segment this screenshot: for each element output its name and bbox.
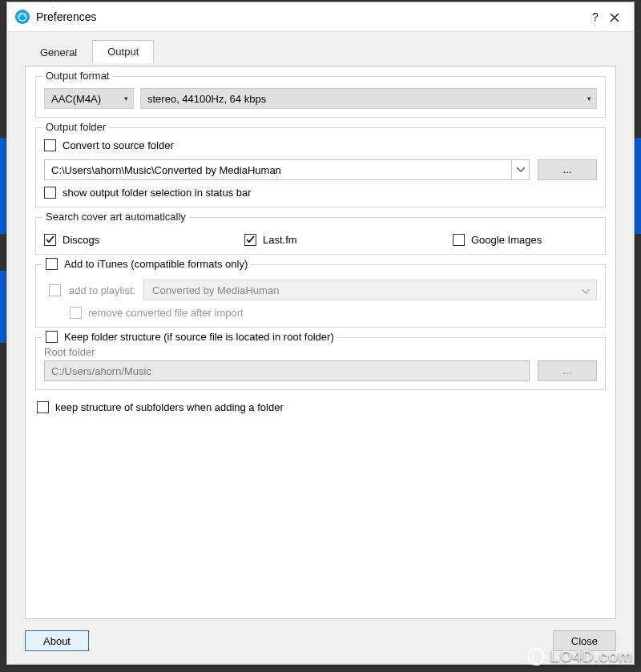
chevron-down-icon: [582, 284, 590, 296]
label-root-folder: Root folder: [44, 346, 597, 358]
chevron-down-icon: ▾: [587, 95, 591, 103]
playlist-dropdown: Converted by MediaHuman: [143, 280, 597, 300]
tabstrip: General Output: [7, 32, 634, 63]
checkbox-lastfm[interactable]: [244, 234, 256, 246]
root-folder-path: C:/Users/ahorn/Music: [44, 360, 530, 381]
chevron-down-icon[interactable]: [511, 160, 529, 179]
close-button[interactable]: Close: [553, 630, 616, 651]
label-google-images: Google Images: [471, 234, 542, 246]
output-folder-path-text: C:\Users\ahorn\Music\Converted by MediaH…: [51, 164, 281, 176]
checkbox-keep-subfolders[interactable]: [37, 401, 49, 413]
quality-value: stereo, 44100Hz, 64 kbps: [147, 93, 266, 105]
checkbox-remove-after-import: [70, 307, 82, 319]
checkbox-convert-to-source[interactable]: [44, 139, 56, 151]
browse-root-folder-button: ...: [538, 360, 597, 381]
label-convert-to-source: Convert to source folder: [62, 139, 174, 151]
label-add-to-itunes: Add to iTunes (compatible formats only): [64, 258, 248, 270]
browse-output-folder-button[interactable]: ...: [538, 159, 597, 180]
window-title: Preferences: [36, 10, 586, 23]
legend-cover-art: Search cover art automatically: [42, 211, 189, 223]
checkbox-google-images[interactable]: [453, 234, 465, 246]
checkbox-add-to-playlist: [49, 284, 61, 296]
group-output-folder: Output folder Convert to source folder C…: [35, 127, 606, 207]
titlebar: Preferences ?: [7, 2, 634, 31]
legend-output-format: Output format: [42, 70, 112, 82]
close-window-button[interactable]: [605, 11, 624, 23]
help-button[interactable]: ?: [586, 10, 605, 23]
root-folder-path-text: C:/Users/ahorn/Music: [51, 365, 151, 377]
label-keep-structure: Keep folder structure (if source file is…: [64, 331, 334, 343]
client-area: General Output Output format AAC(M4A) ▾ …: [7, 31, 634, 664]
label-keep-subfolders: keep structure of subfolders when adding…: [55, 401, 284, 413]
label-lastfm: Last.fm: [263, 234, 297, 246]
group-cover-art: Search cover art automatically Discogs L…: [35, 217, 606, 255]
label-show-in-statusbar: show output folder selection in status b…: [62, 187, 252, 199]
playlist-value: Converted by MediaHuman: [152, 284, 279, 296]
checkbox-discogs[interactable]: [44, 234, 56, 246]
tab-general[interactable]: General: [25, 41, 92, 63]
output-folder-path[interactable]: C:\Users\ahorn\Music\Converted by MediaH…: [44, 159, 530, 180]
quality-dropdown[interactable]: stereo, 44100Hz, 64 kbps ▾: [140, 88, 597, 109]
tab-output[interactable]: Output: [92, 40, 154, 63]
checkbox-add-to-itunes[interactable]: [46, 258, 58, 270]
preferences-window: Preferences ? General Output Output form…: [6, 2, 635, 665]
format-dropdown[interactable]: AAC(M4A) ▾: [44, 88, 134, 109]
button-bar: About Close: [25, 629, 616, 653]
checkbox-show-in-statusbar[interactable]: [44, 187, 56, 199]
label-remove-after-import: remove converted file after import: [88, 307, 244, 319]
format-value: AAC(M4A): [51, 93, 101, 105]
app-icon: [15, 10, 30, 24]
group-itunes: Add to iTunes (compatible formats only) …: [35, 264, 606, 328]
checkbox-keep-structure[interactable]: [46, 331, 58, 343]
group-output-format: Output format AAC(M4A) ▾ stereo, 44100Hz…: [35, 76, 606, 118]
about-button[interactable]: About: [25, 630, 89, 651]
group-keep-structure: Keep folder structure (if source file is…: [35, 337, 606, 390]
output-page: Output format AAC(M4A) ▾ stereo, 44100Hz…: [25, 66, 616, 619]
label-discogs: Discogs: [62, 234, 99, 246]
chevron-down-icon: ▾: [124, 95, 128, 103]
legend-output-folder: Output folder: [42, 121, 109, 133]
label-add-to-playlist: add to playlist:: [69, 284, 135, 296]
